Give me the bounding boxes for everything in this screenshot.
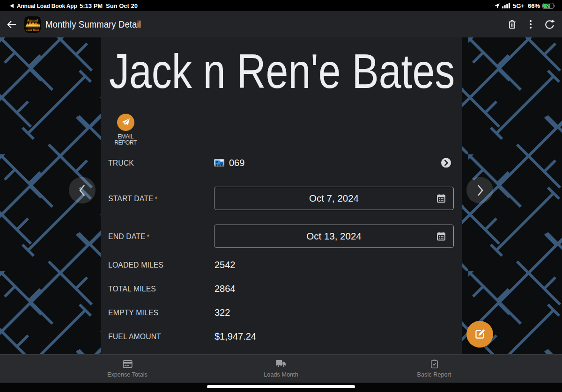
content-area: Jack n Ren'e Bates EMAIL REPORT TRUCK [0,37,562,354]
tab-expense-totals[interactable]: Expense Totals [90,358,165,378]
total-miles-label: TOTAL MILES [108,284,156,293]
tab-loads-month[interactable]: Loads Month [244,358,318,378]
empty-miles-value: 322 [214,307,230,318]
truck-label: TRUCK [108,158,134,167]
send-plane-icon [121,117,131,127]
edit-icon [473,328,486,341]
page-title: Monthly Summary Detail [45,19,141,30]
loaded-miles-row: LOADED MILES 2542 [101,258,462,272]
end-date-row: END DATE* Oct 13, 2024 [101,225,462,248]
email-report-label: EMAIL REPORT [114,134,136,145]
truck-photo-image [214,159,224,167]
battery-percent: 66% [528,2,540,9]
start-date-input[interactable]: Oct 7, 2024 [214,187,454,210]
end-date-input[interactable]: Oct 13, 2024 [214,225,454,248]
back-button[interactable] [3,16,20,33]
more-options-button[interactable] [525,18,537,30]
empty-miles-row: EMPTY MILES 322 [101,305,462,319]
back-arrow-icon [6,19,17,30]
home-indicator-area [0,383,562,392]
back-to-app-icon[interactable] [10,4,14,8]
truck-chevron-icon[interactable] [441,158,451,167]
calendar-icon [436,193,446,203]
total-miles-value: 2864 [214,283,236,294]
screen: Annual Load Book App 5:13 PM Sun Oct 20 … [0,0,562,392]
credit-card-icon [90,358,165,370]
loaded-miles-value: 2542 [214,260,236,270]
edit-fab[interactable] [466,321,493,348]
trash-icon [507,19,518,30]
end-date-value: Oct 13, 2024 [306,231,361,242]
status-back-app-name[interactable]: Annual Load Book App [17,2,77,9]
prev-button[interactable] [69,177,96,203]
start-date-label: START DATE* [108,194,157,203]
appbar-actions [506,11,555,37]
driver-name: Jack n Ren'e Bates [109,43,455,100]
tab-label: Basic Report [397,371,472,378]
delete-button[interactable] [506,18,518,30]
svg-text:Annual: Annual [27,18,38,22]
truck-photo [214,159,224,167]
detail-panel: Jack n Ren'e Bates EMAIL REPORT TRUCK [101,37,462,354]
status-date: Sun Oct 20 [106,2,138,9]
status-right-group: 5G+ 66% [495,0,555,11]
truck-row[interactable]: TRUCK 069 [101,150,462,175]
calendar-icon [436,231,446,241]
fuel-amount-value: $1,947.24 [214,331,256,342]
tab-label: Loads Month [244,371,318,378]
truck-icon [244,358,318,370]
status-bar: Annual Load Book App 5:13 PM Sun Oct 20 … [0,0,562,11]
fuel-amount-row: FUEL AMOUNT $1,947.24 [101,329,462,343]
refresh-icon [544,19,555,30]
total-miles-row: TOTAL MILES 2864 [101,282,462,296]
empty-miles-label: EMPTY MILES [108,308,158,317]
tab-label: Expense Totals [90,371,165,378]
app-logo: Annual Load Book [24,16,41,33]
truck-number: 069 [229,157,244,168]
kebab-menu-icon [525,19,536,30]
bottom-tab-bar: Expense Totals Loads Month [0,354,562,383]
tab-basic-report[interactable]: Basic Report [397,358,472,378]
signal-icon [502,3,510,8]
app-bar: Annual Load Book Monthly Summary Detail [0,11,562,37]
start-date-row: START DATE* Oct 7, 2024 [101,187,462,210]
email-report-button[interactable]: EMAIL REPORT [117,114,134,151]
chevron-right-icon [474,183,486,197]
refresh-button[interactable] [543,18,555,30]
loaded-miles-label: LOADED MILES [108,261,163,269]
status-time: 5:13 PM [80,2,103,9]
location-icon [495,3,500,8]
clipboard-check-icon [397,358,472,370]
required-asterisk: * [155,195,157,203]
email-circle[interactable] [117,114,134,131]
status-left-group: Annual Load Book App [10,0,83,11]
required-asterisk: * [147,232,149,240]
battery-icon [542,3,555,9]
home-indicator[interactable] [207,385,355,388]
end-date-label: END DATE* [108,232,149,241]
next-button[interactable] [466,177,493,203]
start-date-value: Oct 7, 2024 [309,193,359,204]
chevron-left-icon [77,183,88,197]
network-type: 5G+ [513,2,525,9]
fuel-amount-label: FUEL AMOUNT [108,332,161,341]
svg-text:Load Book: Load Book [26,29,39,31]
